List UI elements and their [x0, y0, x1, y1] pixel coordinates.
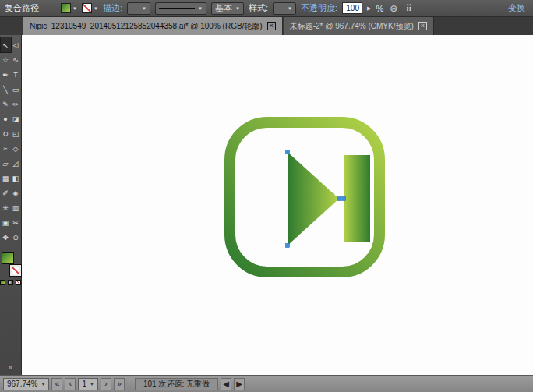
stroke-color-control[interactable]: ▼ [82, 3, 98, 13]
opacity-spinner-icon[interactable]: ▶ [367, 5, 371, 12]
width-tool[interactable]: ≈ [1, 141, 11, 156]
close-icon[interactable]: × [418, 22, 427, 30]
fill-swatch-indicator[interactable] [2, 252, 14, 264]
eyedropper-tool[interactable]: ✐ [1, 185, 11, 200]
stroke-weight-link[interactable]: 描边: [103, 2, 122, 14]
opacity-input[interactable]: 100 [342, 2, 362, 14]
brush-definition-value: 基本 [215, 2, 232, 14]
pencil-tool[interactable]: ✏ [11, 97, 21, 111]
gradient-mode-button[interactable] [8, 280, 13, 285]
scale-tool[interactable]: ◰ [11, 126, 21, 141]
recolor-artwork-icon[interactable]: ⊛ [390, 3, 397, 14]
type-tool[interactable]: T [11, 67, 21, 82]
illustrator-window: 复合路径 ▼ ▼ 描边: ▼ ▼ 基本 ▼ 样式: ▼ 不透明度: 100 ▶ … [0, 0, 533, 392]
tab-label: Nipic_12310549_20140512125852044358.ai* … [30, 21, 263, 32]
prev-artboard-button[interactable]: ‹ [65, 378, 76, 390]
fill-color-control[interactable]: ▼ [61, 3, 77, 13]
mesh-tool[interactable]: ▦ [1, 171, 11, 185]
close-icon[interactable]: × [267, 22, 276, 30]
perspective-grid-tool[interactable]: ◿ [11, 156, 21, 171]
blob-brush-tool[interactable]: ● [1, 111, 11, 126]
opacity-link[interactable]: 不透明度: [301, 2, 337, 14]
main-area: ↖◁☆∿✒T╲▭✎✏●◪↻◰≈◇▱◿▦◧✐◈✳▥▣✂✥⊙ » [0, 35, 533, 375]
tab-label: 未标题-2* @ 967.74% (CMYK/预览) [290, 21, 414, 32]
stroke-color-swatch[interactable] [82, 3, 92, 13]
stroke-weight-select[interactable]: ▼ [127, 2, 150, 15]
shape-builder-tool[interactable]: ▱ [1, 156, 11, 171]
bar-shape[interactable] [344, 155, 370, 242]
chevron-down-icon: ▼ [288, 6, 292, 11]
artboard-tool[interactable]: ▣ [1, 215, 11, 230]
tools-panel: ↖◁☆∿✒T╲▭✎✏●◪↻◰≈◇▱◿▦◧✐◈✳▥▣✂✥⊙ » [0, 35, 22, 375]
chevron-down-icon: ▼ [198, 6, 203, 11]
stroke-swatch-indicator[interactable] [10, 265, 21, 276]
status-prev-icon[interactable]: ◀ [221, 378, 231, 390]
fill-stroke-widget [1, 251, 21, 276]
none-mode-button[interactable] [16, 280, 21, 285]
color-mode-button[interactable] [0, 280, 5, 285]
blend-tool[interactable]: ◈ [11, 185, 21, 200]
free-transform-tool[interactable]: ◇ [11, 141, 21, 156]
eraser-tool[interactable]: ◪ [11, 111, 21, 126]
status-bar: 967.74% ▼ « ‹ 1 ▼ › » 101 次还原: 无重做 ◀ ▶ [0, 375, 533, 392]
fill-color-swatch[interactable] [61, 3, 71, 13]
slice-tool[interactable]: ✂ [11, 215, 21, 230]
chevron-down-icon: ▼ [142, 6, 146, 11]
line-segment-tool[interactable]: ╲ [1, 82, 11, 97]
paintbrush-tool[interactable]: ✎ [1, 97, 11, 111]
artboard-select[interactable]: 1 ▼ [78, 378, 98, 390]
style-select[interactable]: ▼ [273, 2, 296, 15]
anchor-point[interactable] [342, 197, 346, 201]
lasso-tool[interactable]: ∿ [11, 52, 21, 67]
options-grid-icon[interactable]: ⠿ [405, 3, 412, 14]
chevron-down-icon[interactable]: ▼ [94, 6, 98, 11]
width-profile-preview [159, 8, 195, 9]
next-artboard-button[interactable]: › [101, 378, 111, 390]
graph-tool[interactable]: ▥ [11, 200, 21, 215]
chevron-down-icon: ▼ [235, 6, 240, 11]
pen-tool[interactable]: ✒ [1, 67, 11, 82]
first-artboard-button[interactable]: « [51, 378, 62, 390]
transform-link[interactable]: 变换 [508, 2, 525, 14]
artboard-number: 1 [82, 380, 86, 388]
last-artboard-button[interactable]: » [114, 378, 125, 390]
rotate-tool[interactable]: ↻ [1, 126, 11, 141]
document-tab-2[interactable]: 未标题-2* @ 967.74% (CMYK/预览) × [284, 17, 434, 35]
toolbar-expand-icon[interactable]: » [9, 363, 12, 371]
variable-width-profile-select[interactable]: ▼ [155, 2, 206, 15]
canvas[interactable] [22, 35, 533, 375]
tools-grid: ↖◁☆∿✒T╲▭✎✏●◪↻◰≈◇▱◿▦◧✐◈✳▥▣✂✥⊙ [1, 37, 21, 245]
document-tab-bar: Nipic_12310549_20140512125852044358.ai* … [0, 17, 533, 35]
brush-definition-select[interactable]: 基本 ▼ [211, 2, 244, 15]
status-next-icon[interactable]: ▶ [234, 378, 245, 390]
triangle-shape[interactable] [288, 152, 339, 245]
control-bar: 复合路径 ▼ ▼ 描边: ▼ ▼ 基本 ▼ 样式: ▼ 不透明度: 100 ▶ … [0, 0, 533, 17]
hand-tool[interactable]: ✥ [1, 230, 11, 245]
zoom-value: 967.74% [7, 380, 37, 388]
chevron-down-icon[interactable]: ▼ [72, 6, 77, 11]
anchor-point[interactable] [337, 197, 341, 201]
percent-label: % [376, 4, 383, 13]
direct-selection-tool[interactable]: ◁ [11, 37, 21, 52]
zoom-tool[interactable]: ⊙ [11, 230, 21, 245]
context-label: 复合路径 [5, 2, 39, 14]
style-label: 样式: [249, 2, 268, 14]
gradient-tool[interactable]: ◧ [11, 171, 21, 185]
paint-mode-row [0, 280, 21, 285]
play-next-artwork[interactable] [206, 100, 401, 295]
chevron-down-icon: ▼ [41, 382, 45, 387]
status-text: 101 次还原: 无重做 [135, 378, 218, 390]
symbol-sprayer-tool[interactable]: ✳ [1, 200, 11, 215]
anchor-point[interactable] [286, 150, 290, 154]
rectangle-tool[interactable]: ▭ [11, 82, 21, 97]
selection-tool[interactable]: ↖ [1, 37, 11, 52]
anchor-point[interactable] [286, 244, 290, 248]
chevron-down-icon: ▼ [90, 382, 94, 387]
zoom-select[interactable]: 967.74% ▼ [3, 378, 49, 390]
document-tab-1[interactable]: Nipic_12310549_20140512125852044358.ai* … [23, 17, 283, 35]
magic-wand-tool[interactable]: ☆ [1, 52, 11, 67]
